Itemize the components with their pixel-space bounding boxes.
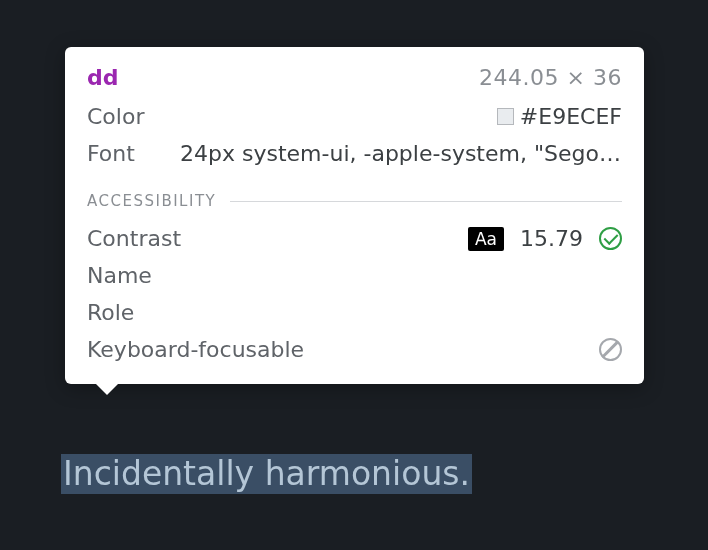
tooltip-header-row: dd 244.05 × 36 (87, 61, 622, 98)
color-row: Color #E9ECEF (87, 98, 622, 135)
accessibility-section-title: ACCESSIBILITY (87, 192, 216, 210)
name-label: Name (87, 263, 162, 288)
color-label: Color (87, 104, 162, 129)
contrast-label: Contrast (87, 226, 181, 251)
name-row: Name (87, 257, 622, 294)
accessibility-section-header: ACCESSIBILITY (87, 184, 622, 220)
element-tag-name: dd (87, 65, 119, 90)
inspected-text-selection: Incidentally harmonious. (61, 454, 472, 494)
contrast-sample-badge: Aa (468, 227, 504, 251)
section-divider (230, 201, 622, 202)
not-available-icon (599, 338, 622, 361)
role-row: Role (87, 294, 622, 331)
font-value: 24px system-ui, -apple-system, "Segoe… (180, 141, 622, 166)
check-circle-icon (599, 227, 622, 250)
contrast-row: Contrast Aa 15.79 (87, 220, 622, 257)
color-value: #E9ECEF (520, 104, 622, 129)
role-label: Role (87, 300, 162, 325)
font-row: Font 24px system-ui, -apple-system, "Seg… (87, 135, 622, 184)
color-swatch (497, 108, 514, 125)
element-dimensions: 244.05 × 36 (479, 65, 622, 90)
contrast-value: 15.79 (520, 226, 583, 251)
font-label: Font (87, 141, 162, 166)
element-inspector-tooltip: dd 244.05 × 36 Color #E9ECEF Font 24px s… (65, 47, 644, 384)
keyboard-focusable-row: Keyboard-focusable (87, 331, 622, 368)
keyboard-focusable-label: Keyboard-focusable (87, 337, 304, 362)
